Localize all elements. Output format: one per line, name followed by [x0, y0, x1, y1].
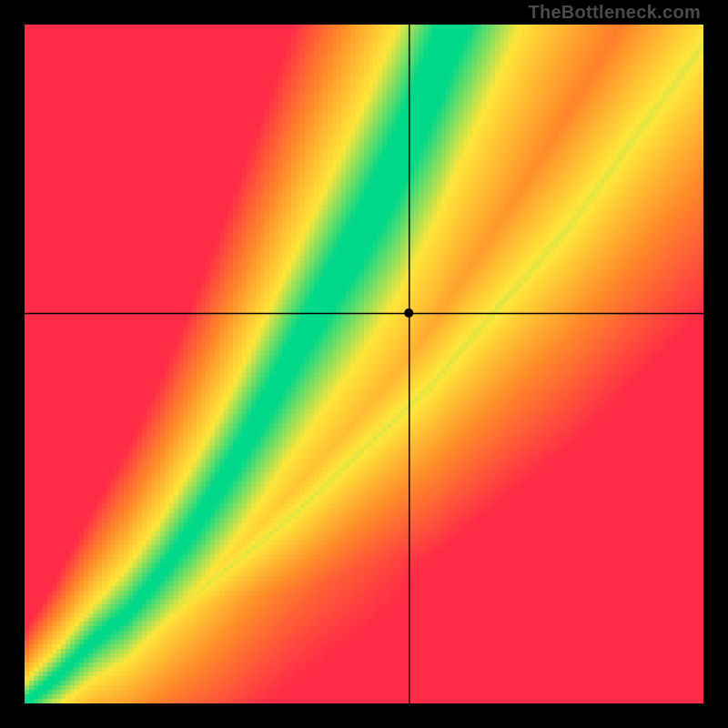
watermark-text: TheBottleneck.com: [528, 2, 701, 23]
chart-frame: { "watermark": "TheBottleneck.com", "col…: [0, 0, 728, 728]
bottleneck-heatmap: [25, 25, 703, 703]
